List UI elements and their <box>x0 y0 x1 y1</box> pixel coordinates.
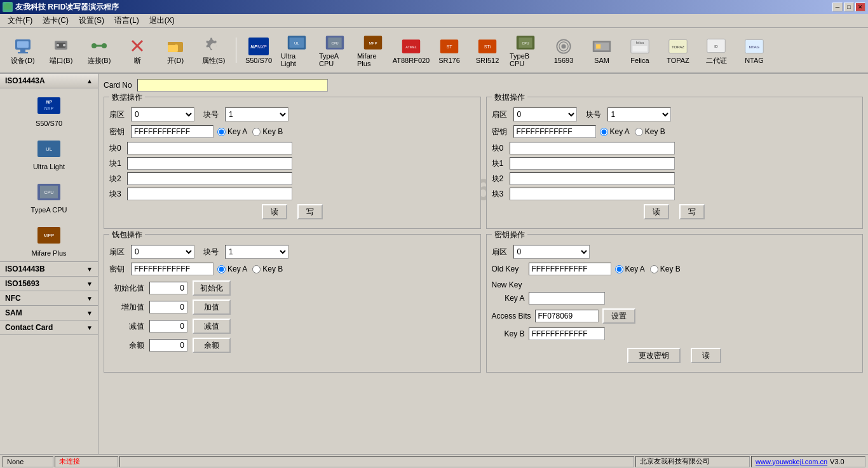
wp-bal-input[interactable] <box>149 339 187 352</box>
app-icon <box>3 2 13 12</box>
iso15693-header[interactable]: ISO15693 ▼ <box>0 277 98 291</box>
maximize-button[interactable]: □ <box>844 3 854 11</box>
sr176-toolbar-button[interactable]: ST SR176 <box>431 31 467 69</box>
typea-toolbar-button[interactable]: CPU TypeA CPU <box>317 31 353 69</box>
felica-toolbar-button[interactable]: felica Felica <box>622 31 658 69</box>
dp1-write-button[interactable]: 写 <box>297 204 323 219</box>
wp-sub-input[interactable] <box>149 320 187 333</box>
dp2-block3-input[interactable] <box>510 188 675 200</box>
svg-rect-41 <box>596 44 600 48</box>
device-button[interactable]: 设备(D) <box>5 31 41 69</box>
nfc-section: NFC ▼ <box>0 291 98 306</box>
typeb-toolbar-button[interactable]: CPU TypeB CPU <box>508 31 543 69</box>
wp-keyb-radio[interactable]: Key B <box>252 265 283 273</box>
kp-keya-radio[interactable]: Key A <box>615 265 645 273</box>
dp1-block3-input[interactable] <box>127 188 292 200</box>
dp1-block2-input[interactable] <box>127 172 292 185</box>
menu-file[interactable]: 文件(F) <box>3 14 37 27</box>
kp-radio-group: Key A Key B <box>615 265 681 273</box>
typeb-label: TypeB CPU <box>510 52 541 67</box>
iso14443a-header[interactable]: ISO14443A ▲ <box>0 74 98 88</box>
dp2-block1-input[interactable] <box>510 157 675 170</box>
kp-keyb-radio[interactable]: Key B <box>650 265 681 273</box>
dp1-key-input[interactable]: FFFFFFFFFFFF <box>131 125 214 138</box>
kp-sector-label: 扇区 <box>492 247 510 258</box>
sam-toolbar-button[interactable]: SAM <box>584 31 620 69</box>
dp2-block-select[interactable]: 0123 <box>607 107 671 121</box>
wallet-panel-title: 钱包操作 <box>109 230 145 240</box>
minimize-button[interactable]: ─ <box>832 3 843 11</box>
kp-set-button[interactable]: 设置 <box>602 308 635 324</box>
dp1-keyb-radio[interactable]: Key B <box>252 127 283 136</box>
svg-text:MFP: MFP <box>44 233 55 238</box>
wp-init-button[interactable]: 初始化 <box>193 280 231 296</box>
props-button[interactable]: 属性(S) <box>196 31 231 69</box>
dp1-action-row: 读 写 <box>109 204 475 219</box>
ultralight-toolbar-button[interactable]: UL Ultra Light <box>279 31 315 69</box>
at88-label: AT88RF020 <box>393 57 430 64</box>
dp1-block-select[interactable]: 0123 <box>225 107 288 121</box>
sidebar-item-s50[interactable]: NPNXP S50/S70 <box>0 88 98 132</box>
wp-add-input[interactable] <box>149 301 187 313</box>
wp-keya-radio[interactable]: Key A <box>217 265 247 273</box>
kp-keyb-new-input[interactable] <box>529 327 605 340</box>
menu-settings[interactable]: 设置(S) <box>74 14 109 27</box>
card-no-input[interactable] <box>137 79 328 92</box>
menu-card[interactable]: 选卡(C) <box>37 14 74 27</box>
ntag-icon: NTAG <box>744 36 764 57</box>
dp2-sector-select[interactable]: 0123 <box>513 107 577 121</box>
wp-block-select[interactable]: 012 <box>225 245 288 259</box>
kp-changekey-button[interactable]: 更改密钥 <box>627 348 681 363</box>
15693-toolbar-button[interactable]: 15693 <box>546 31 581 69</box>
dp2-block2-input[interactable] <box>510 172 675 185</box>
ntag-toolbar-button[interactable]: NTAG NTAG <box>736 31 772 69</box>
kp-keya-new-input[interactable] <box>529 292 605 305</box>
sidebar-item-ultralight[interactable]: UL Ultra Light <box>0 132 98 175</box>
open-icon <box>165 36 186 56</box>
dp2-keyb-radio[interactable]: Key B <box>635 127 665 136</box>
disconnect-button[interactable]: 断 <box>119 31 155 69</box>
open-button[interactable]: 开(D) <box>158 31 193 69</box>
iso14443b-header[interactable]: ISO14443B ▼ <box>0 262 98 276</box>
wp-sub-label: 减值 <box>109 321 144 332</box>
dp2-keya-radio[interactable]: Key A <box>600 127 630 136</box>
wp-sector-select[interactable]: 012 <box>131 245 194 259</box>
dp1-block0-input[interactable] <box>127 142 292 155</box>
wp-key-input[interactable] <box>131 263 214 275</box>
kp-access-input[interactable] <box>535 310 599 322</box>
connect-button[interactable]: 连接(B) <box>81 31 117 69</box>
topaz-toolbar-button[interactable]: TOPAZ TOPAZ <box>660 31 696 69</box>
topaz-label: TOPAZ <box>667 57 689 64</box>
menu-exit[interactable]: 退出(X) <box>144 14 180 27</box>
sidebar-item-mifareplus[interactable]: MFP Mifare Plus <box>0 218 98 261</box>
close-button[interactable]: ✕ <box>855 3 865 11</box>
kp-oldkey-input[interactable] <box>529 263 611 275</box>
at88-toolbar-button[interactable]: ATMEL AT88RF020 <box>393 31 429 69</box>
kp-read-button[interactable]: 读 <box>691 348 721 363</box>
dp2-write-button[interactable]: 写 <box>679 204 705 219</box>
dp1-sector-select[interactable]: 0123 <box>131 107 194 121</box>
dp2-key-input[interactable] <box>513 125 596 138</box>
dp1-keya-radio[interactable]: Key A <box>217 127 247 136</box>
wp-add-button[interactable]: 加值 <box>193 299 231 315</box>
wp-bal-button[interactable]: 余额 <box>193 338 231 353</box>
wp-sub-button[interactable]: 减值 <box>193 319 231 334</box>
kp-sector-select[interactable]: 012 <box>513 245 590 259</box>
contact-card-header[interactable]: Contact Card ▼ <box>0 320 98 334</box>
dp2-read-button[interactable]: 读 <box>644 204 669 219</box>
wp-init-input[interactable] <box>149 282 187 294</box>
dp1-block1-input[interactable] <box>127 157 292 170</box>
sidebar-item-typea[interactable]: CPU TypeA CPU <box>0 175 98 218</box>
ntag-label: NTAG <box>745 57 764 64</box>
menu-language[interactable]: 语言(L) <box>109 14 144 27</box>
dp2-block0-input[interactable] <box>510 142 675 155</box>
sam-header[interactable]: SAM ▼ <box>0 306 98 320</box>
sri512-toolbar-button[interactable]: STi SRI512 <box>470 31 505 69</box>
s50-toolbar-button[interactable]: NPNXP S50/S70 <box>241 31 276 69</box>
id2-toolbar-button[interactable]: ID 二代证 <box>698 31 734 69</box>
nfc-header[interactable]: NFC ▼ <box>0 291 98 305</box>
mifareplus-toolbar-button[interactable]: MFP Mifare Plus <box>355 31 391 69</box>
contact-card-section: Contact Card ▼ <box>0 320 98 335</box>
port-button[interactable]: 端口(B) <box>43 31 79 69</box>
dp1-read-button[interactable]: 读 <box>262 204 287 219</box>
